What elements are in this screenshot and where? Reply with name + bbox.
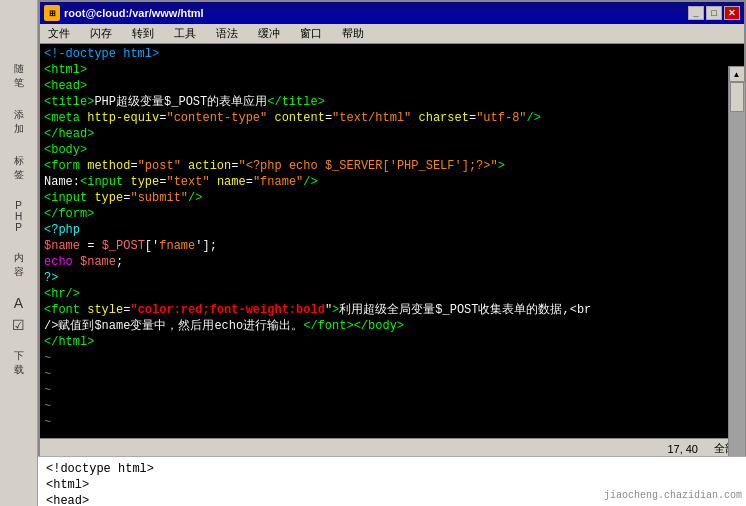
status-bar: 17, 40 全部: [40, 438, 744, 458]
window-title: root@cloud:/var/www/html: [64, 7, 204, 19]
code-line-19: </html>: [44, 334, 740, 350]
maximize-button[interactable]: □: [706, 6, 722, 20]
code-line-24: ~: [44, 414, 740, 430]
editor-window: ⊞ root@cloud:/var/www/html _ □ ✕ 文件 闪存 转…: [38, 0, 746, 456]
code-line-22: ~: [44, 382, 740, 398]
code-line-9: Name:<input type="text" name="fname"/>: [44, 174, 740, 190]
menu-window[interactable]: 窗口: [296, 24, 326, 43]
code-container: <!-doctype html> <html> <head> <title>PH…: [40, 44, 744, 438]
title-bar: ⊞ root@cloud:/var/www/html _ □ ✕: [40, 2, 744, 24]
bottom-preview: <!doctype html> <html> <head> jiaocheng.…: [38, 456, 746, 506]
code-line-17: <font style="color:red;font-weight:bold"…: [44, 302, 740, 318]
sidebar-item-add[interactable]: 添加: [12, 106, 26, 138]
code-line-2: <html>: [44, 62, 740, 78]
menu-goto[interactable]: 转到: [128, 24, 158, 43]
code-line-5: <meta http-equiv="content-type" content=…: [44, 110, 740, 126]
code-line-10: <input type="submit"/>: [44, 190, 740, 206]
sidebar-item-random[interactable]: 随笔: [12, 60, 26, 92]
menu-file[interactable]: 文件: [44, 24, 74, 43]
outer-window: 随笔 添加 标签 PHP 内容 A ☑ 下载 ⊞ root@cloud:/var…: [0, 0, 746, 506]
preview-line-1: <!doctype html>: [46, 461, 738, 477]
sidebar-item-content[interactable]: 内容: [12, 249, 26, 281]
sidebar-icon-check[interactable]: ☑: [12, 317, 25, 333]
code-line-3: <head>: [44, 78, 740, 94]
sidebar-icon-A[interactable]: A: [14, 295, 23, 311]
code-line-7: <body>: [44, 142, 740, 158]
sidebar-item-php[interactable]: PHP: [13, 198, 24, 235]
app-icon: ⊞: [44, 5, 60, 21]
menu-buffer[interactable]: 缓冲: [254, 24, 284, 43]
code-line-6: </head>: [44, 126, 740, 142]
code-line-21: ~: [44, 366, 740, 382]
code-line-18: />赋值到$name变量中，然后用echo进行输出。</font></body>: [44, 318, 740, 334]
scrollbar-vertical[interactable]: ▲ ▼: [728, 66, 744, 480]
cursor-position: 17, 40: [667, 443, 698, 455]
menu-tools[interactable]: 工具: [170, 24, 200, 43]
code-line-11: </form>: [44, 206, 740, 222]
code-line-4: <title>PHP超级变量$_POST的表单应用</title>: [44, 94, 740, 110]
close-button[interactable]: ✕: [724, 6, 740, 20]
code-line-16: <hr/>: [44, 286, 740, 302]
code-editor[interactable]: <!-doctype html> <html> <head> <title>PH…: [40, 44, 744, 438]
code-line-8: <form method="post" action="<?php echo $…: [44, 158, 740, 174]
code-line-1: <!-doctype html>: [44, 46, 740, 62]
code-line-20: ~: [44, 350, 740, 366]
sidebar-item-tag[interactable]: 标签: [12, 152, 26, 184]
menu-bar: 文件 闪存 转到 工具 语法 缓冲 窗口 帮助: [40, 24, 744, 44]
sidebar: 随笔 添加 标签 PHP 内容 A ☑ 下载: [0, 0, 38, 506]
code-line-13: $name = $_POST['fname'];: [44, 238, 740, 254]
menu-syntax[interactable]: 语法: [212, 24, 242, 43]
menu-help[interactable]: 帮助: [338, 24, 368, 43]
watermark: jiaocheng.chazidian.com: [604, 488, 742, 504]
code-line-14: echo $name;: [44, 254, 740, 270]
code-line-23: ~: [44, 398, 740, 414]
window-controls: _ □ ✕: [688, 6, 740, 20]
scroll-track: [729, 82, 745, 464]
code-line-12: <?php: [44, 222, 740, 238]
minimize-button[interactable]: _: [688, 6, 704, 20]
scroll-thumb[interactable]: [730, 82, 744, 112]
menu-flash[interactable]: 闪存: [86, 24, 116, 43]
code-line-15: ?>: [44, 270, 740, 286]
title-bar-left: ⊞ root@cloud:/var/www/html: [44, 5, 204, 21]
scroll-up-button[interactable]: ▲: [729, 66, 745, 82]
sidebar-item-download[interactable]: 下载: [12, 347, 26, 379]
